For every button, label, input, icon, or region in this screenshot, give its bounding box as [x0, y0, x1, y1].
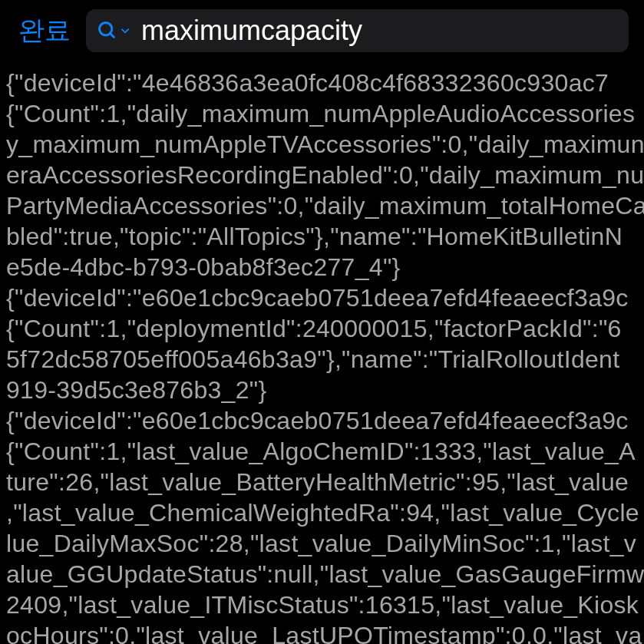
log-line: bled":true,"topic":"AllTopics"},"name":"… [6, 223, 623, 250]
svg-point-0 [100, 23, 112, 35]
log-line: {"deviceId":"e60e1cbc9caeb0751deea7efd4f… [6, 284, 629, 312]
done-button[interactable]: 완료 [18, 13, 71, 48]
search-icon [97, 20, 118, 41]
log-line: 5f72dc58705eff005a46b3a9"},"name":"Trial… [6, 345, 619, 373]
search-icon-wrapper[interactable] [97, 20, 130, 41]
chevron-down-icon [120, 25, 130, 36]
log-line: y_maximum_numAppleTVAccessories":0,"dail… [6, 130, 644, 158]
log-line: {"Count":1,"daily_maximum_numAppleAudioA… [6, 100, 635, 127]
svg-line-1 [111, 34, 115, 38]
search-container[interactable] [86, 9, 629, 52]
log-line: ocHours":0,"last_value_LastUPOTimestamp"… [6, 622, 642, 644]
search-input[interactable] [141, 15, 618, 47]
log-line: {"Count":1,"last_value_AlgoChemID":1333,… [6, 438, 636, 465]
log-line: ,"last_value_ChemicalWeightedRa":94,"las… [6, 499, 639, 527]
log-line: alue_GGUpdateStatus":null,"last_value_Ga… [6, 560, 644, 588]
log-line: lue_DailyMaxSoc":28,"last_value_DailyMin… [6, 530, 636, 557]
log-line: 2409,"last_value_ITMiscStatus":16315,"la… [6, 591, 639, 619]
log-line: {"deviceId":"e60e1cbc9caeb0751deea7efd4f… [6, 407, 629, 434]
log-line: ture":26,"last_value_BatteryHealthMetric… [6, 468, 629, 496]
log-line: {"deviceId":"4e46836a3ea0fc408c4f6833236… [6, 69, 609, 97]
log-line: eraAccessoriesRecordingEnabled":0,"daily… [6, 161, 644, 189]
log-line: e5de-4dbc-b793-0bab8f3ec277_4"} [6, 253, 401, 281]
log-line: 919-39d5c3e876b3_2"} [6, 376, 266, 404]
top-bar: 완료 [0, 0, 644, 68]
log-content: {"deviceId":"4e46836a3ea0fc408c4f6833236… [0, 68, 644, 644]
log-line: {"Count":1,"deploymentId":240000015,"fac… [6, 315, 622, 342]
log-line: PartyMediaAccessories":0,"daily_maximum_… [6, 192, 644, 220]
